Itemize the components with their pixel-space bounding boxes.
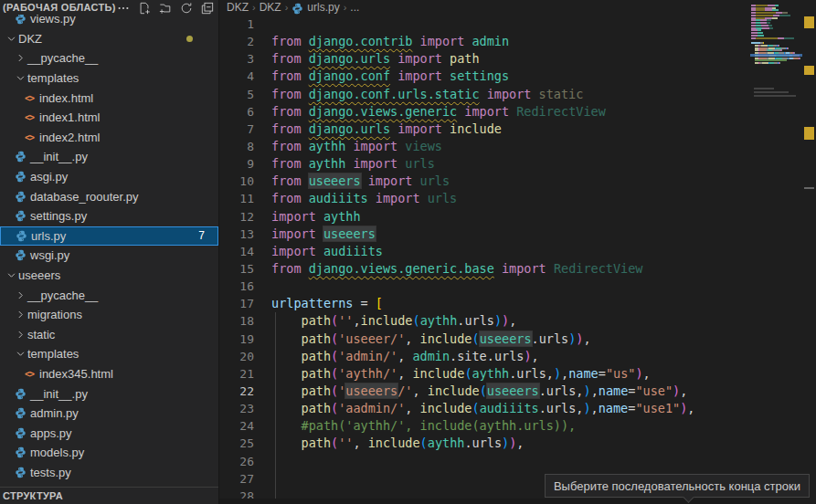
code-line-6[interactable]: 6from django.views.generic import Redire… [219,103,816,121]
tree-item-apps-py[interactable]: apps.py [0,423,218,443]
minimap-line [754,91,789,93]
code-line-26[interactable]: 26 [219,453,816,470]
tree-item-label: useeers [18,268,60,282]
more-actions-icon[interactable] [116,1,131,16]
chevron-down-icon [13,348,27,361]
minimap-line [751,42,764,44]
collapse-all-icon[interactable] [200,1,215,16]
file-tree: views.pyDKZ__pycache__templates<>index.h… [0,9,218,482]
tree-item-admin-py[interactable]: admin.py [0,404,218,424]
line-number: 3 [219,50,254,68]
tree-item--pycache-[interactable]: __pycache__ [0,48,218,68]
minimap-line [751,25,772,26]
tree-item--pycache-[interactable]: __pycache__ [0,285,218,305]
line-number: 15 [219,260,254,278]
overview-ruler-scrollbar[interactable] [802,0,816,504]
code-line-10[interactable]: 10from useeers import urls [219,173,816,190]
line-number: 2 [219,33,254,50]
minimap-line [751,62,780,64]
python-icon [291,3,303,15]
tree-item-label: index345.html [39,367,113,381]
tree-item-migrations[interactable]: migrations [0,305,218,325]
code-line-21[interactable]: 21 path('aythh/', include(aythh.urls,),n… [219,365,816,383]
code-line-18[interactable]: 18 path('',include(aythh.urls)), [219,312,816,330]
code-line-23[interactable]: 23 path('aadmin/', include(audiiits.urls… [219,400,816,417]
line-number: 11 [219,190,254,207]
code-line-19[interactable]: 19 path('useeer/', include(useeers.urls)… [219,331,816,348]
line-number: 10 [219,173,254,190]
code-line-14[interactable]: 14import audiiits [219,243,816,260]
tree-item-index-html[interactable]: <>index.html [0,88,218,108]
tree-item-label: __init__.py [30,387,88,401]
tree-item-templates[interactable]: templates [0,68,218,89]
tree-item-label: DKZ [18,32,42,46]
python-icon [13,210,27,223]
outline-section-header[interactable]: СТРУКТУРА [0,487,218,504]
line-content: path('useeer/', include(useeers.urls)), [271,331,591,348]
minimap-current-line [750,54,802,57]
tree-item-label: __init__.py [30,150,88,163]
tree-item-asgi-py[interactable]: asgi.py [0,167,218,187]
code-line-15[interactable]: 15from django.views.generic.base import … [219,260,816,278]
tree-item-label: migrations [27,308,82,321]
code-line-5[interactable]: 5from django.conf.urls.static import sta… [219,86,816,103]
code-line-3[interactable]: 3from django.urls import path [219,50,816,68]
python-icon [13,249,27,262]
tree-item--init-py[interactable]: __init__.py [0,383,218,404]
code-line-7[interactable]: 7from django.urls import include [219,121,816,138]
tree-item-static[interactable]: static [0,325,218,345]
line-content: path('admin/', admin.site.urls), [271,348,539,365]
tree-item-index1-html[interactable]: <>index1.html [0,108,218,128]
tree-item-database-roouter-py[interactable]: database_roouter.py [0,186,218,206]
code-line-11[interactable]: 11from audiiits import urls [219,190,816,207]
breadcrumb-item[interactable]: ... [350,1,359,14]
line-number: 21 [219,365,254,383]
tree-item-label: __pycache__ [27,51,98,65]
code-line-12[interactable]: 12import aythh [219,208,816,226]
breadcrumb-separator: › [285,2,289,13]
python-icon [13,446,27,459]
code-line-20[interactable]: 20 path('admin/', admin.site.urls), [219,348,816,365]
code-line-9[interactable]: 9from aythh import urls [219,155,816,173]
tree-item-wsgi-py[interactable]: wsgi.py [0,246,218,266]
python-icon [13,190,27,203]
tree-item-index2-html[interactable]: <>index2.html [0,128,218,148]
minimap[interactable] [750,0,802,504]
breadcrumb-item[interactable]: DKZ [260,1,281,14]
minimap-line [751,59,787,61]
tree-item-useeers[interactable]: useeers [0,266,218,286]
tree-item-tests-py[interactable]: tests.py [0,463,218,483]
ruler-warning-marker [804,187,814,189]
code-line-13[interactable]: 13import useeers [219,226,816,243]
breadcrumb-item[interactable]: DKZ [227,1,249,14]
code-area[interactable]: 12from django.contrib import admin3from … [219,16,816,504]
code-line-22[interactable]: 22 path('useeers/', include(useeers.urls… [219,383,816,400]
code-line-25[interactable]: 25 path('', include(aythh.urls)), [219,435,816,452]
line-number: 24 [219,417,254,435]
code-line-17[interactable]: 17urlpatterns = [ [219,295,816,312]
new-folder-icon[interactable] [158,1,173,16]
ruler-warning-marker [804,16,814,28]
tree-item-templates[interactable]: templates [0,344,218,364]
breadcrumb-item[interactable]: urls.py [307,1,339,14]
code-line-24[interactable]: 24 #path('aythh/', include(aythh.urls)), [219,417,816,435]
tree-item-urls-py[interactable]: urls.py7 [0,226,218,247]
minimap-line [751,45,779,47]
explorer-section-header[interactable]: (РАБОЧАЯ ОБЛАСТЬ) [0,0,218,15]
new-file-icon[interactable] [137,1,152,16]
tree-item-settings-py[interactable]: settings.py [0,206,218,226]
tree-item-label: wsgi.py [30,248,69,262]
code-line-4[interactable]: 4from django.conf import settings [219,68,816,85]
refresh-icon[interactable] [179,1,194,16]
tree-item-models-py[interactable]: models.py [0,443,218,463]
tree-item--init-py[interactable]: __init__.py [0,147,218,167]
tree-item-dkz[interactable]: DKZ [0,29,218,49]
code-line-16[interactable]: 16 [219,278,816,295]
code-line-1[interactable]: 1 [219,16,816,33]
code-line-8[interactable]: 8from aythh import views [219,138,816,155]
minimap-line [751,47,789,49]
tree-item-index345-html[interactable]: <>index345.html [0,364,218,384]
line-number: 25 [219,435,254,452]
python-icon [14,229,28,242]
code-line-2[interactable]: 2from django.contrib import admin [219,33,816,50]
